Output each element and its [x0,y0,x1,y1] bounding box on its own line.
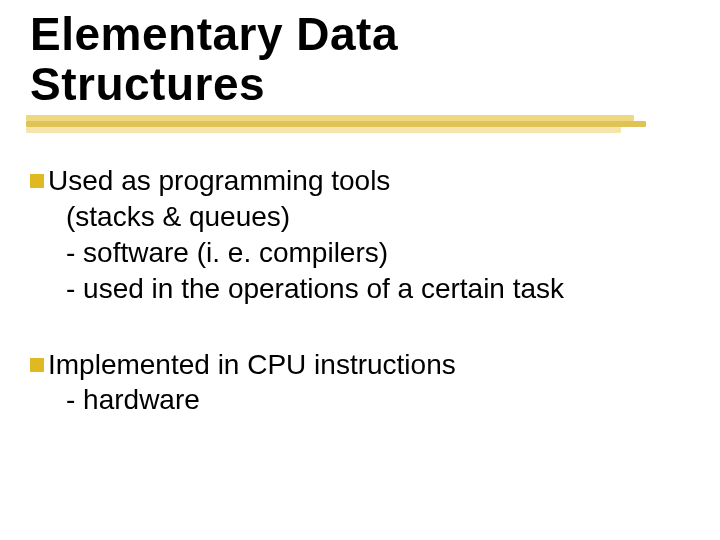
bullet-first-line: Implemented in CPU instructions [30,347,690,383]
bullet-text: Used as programming tools [48,163,690,199]
bullet-sub-line: - software (i. e. compilers) [66,235,690,271]
bullet-sub-line: - hardware [66,382,690,418]
bullet-block: Used as programming tools (stacks & queu… [30,163,690,306]
title-line-2: Structures [30,58,265,110]
slide-body: Used as programming tools (stacks & queu… [30,163,690,418]
bullet-square-icon [30,174,44,188]
bullet-block: Implemented in CPU instructions - hardwa… [30,347,690,419]
slide: Elementary Data Structures Used as progr… [0,0,720,540]
bullet-sub-line: (stacks & queues) [66,199,690,235]
bullet-first-line: Used as programming tools [30,163,690,199]
slide-title: Elementary Data Structures [30,10,690,109]
title-underline [26,115,646,135]
title-line-1: Elementary Data [30,8,398,60]
bullet-text: Implemented in CPU instructions [48,347,690,383]
bullet-square-icon [30,358,44,372]
bullet-sub-line: - used in the operations of a certain ta… [66,271,690,307]
